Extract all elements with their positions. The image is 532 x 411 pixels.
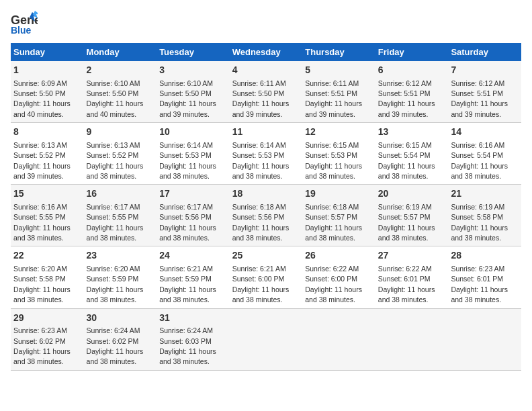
day-info: Sunrise: 6:18 AMSunset: 5:57 PMDaylight:…	[305, 203, 362, 242]
day-info: Sunrise: 6:20 AMSunset: 5:59 PMDaylight:…	[87, 265, 144, 304]
day-info: Sunrise: 6:19 AMSunset: 5:57 PMDaylight:…	[378, 203, 435, 242]
calendar-week-row: 1 Sunrise: 6:09 AMSunset: 5:50 PMDayligh…	[11, 61, 521, 123]
calendar-cell: 25 Sunrise: 6:21 AMSunset: 6:00 PMDaylig…	[230, 246, 303, 308]
day-number: 14	[451, 126, 519, 139]
calendar-header-row: SundayMondayTuesdayWednesdayThursdayFrid…	[11, 43, 521, 61]
calendar-week-row: 22 Sunrise: 6:20 AMSunset: 5:58 PMDaylig…	[11, 246, 521, 308]
day-number: 27	[378, 249, 446, 263]
day-info: Sunrise: 6:20 AMSunset: 5:58 PMDaylight:…	[13, 265, 71, 304]
calendar-cell: 13 Sunrise: 6:15 AMSunset: 5:54 PMDaylig…	[375, 123, 449, 185]
day-info: Sunrise: 6:24 AMSunset: 6:02 PMDaylight:…	[87, 326, 144, 365]
logo-icon: General Blue	[11, 11, 38, 35]
day-info: Sunrise: 6:10 AMSunset: 5:50 PMDaylight:…	[159, 79, 216, 118]
day-info: Sunrise: 6:15 AMSunset: 5:53 PMDaylight:…	[305, 141, 362, 180]
calendar-cell: 17 Sunrise: 6:17 AMSunset: 5:56 PMDaylig…	[157, 185, 230, 246]
calendar-cell: 15 Sunrise: 6:16 AMSunset: 5:55 PMDaylig…	[11, 185, 84, 246]
day-number: 28	[451, 249, 519, 263]
calendar-cell: 28 Sunrise: 6:23 AMSunset: 6:01 PMDaylig…	[448, 246, 521, 308]
day-number: 12	[305, 126, 373, 139]
calendar-cell: 5 Sunrise: 6:11 AMSunset: 5:51 PMDayligh…	[302, 61, 375, 123]
svg-text:Blue: Blue	[11, 25, 32, 35]
calendar-cell: 14 Sunrise: 6:16 AMSunset: 5:54 PMDaylig…	[448, 123, 521, 185]
day-number: 3	[159, 64, 227, 77]
page-header: General Blue	[11, 11, 521, 35]
day-number: 20	[378, 187, 446, 201]
calendar-cell: 24 Sunrise: 6:21 AMSunset: 5:59 PMDaylig…	[157, 246, 230, 308]
calendar-cell: 3 Sunrise: 6:10 AMSunset: 5:50 PMDayligh…	[157, 61, 230, 123]
calendar-cell: 4 Sunrise: 6:11 AMSunset: 5:50 PMDayligh…	[230, 61, 303, 123]
calendar-table: SundayMondayTuesdayWednesdayThursdayFrid…	[11, 43, 521, 371]
day-number: 9	[87, 126, 154, 139]
day-info: Sunrise: 6:12 AMSunset: 5:51 PMDaylight:…	[378, 79, 435, 118]
day-info: Sunrise: 6:14 AMSunset: 5:53 PMDaylight:…	[232, 141, 290, 180]
calendar-cell: 18 Sunrise: 6:18 AMSunset: 5:56 PMDaylig…	[230, 185, 303, 246]
calendar-cell: 10 Sunrise: 6:14 AMSunset: 5:53 PMDaylig…	[157, 123, 230, 185]
calendar-cell: 2 Sunrise: 6:10 AMSunset: 5:50 PMDayligh…	[84, 61, 157, 123]
day-info: Sunrise: 6:19 AMSunset: 5:58 PMDaylight:…	[451, 203, 508, 242]
day-info: Sunrise: 6:15 AMSunset: 5:54 PMDaylight:…	[378, 141, 435, 180]
day-info: Sunrise: 6:16 AMSunset: 5:54 PMDaylight:…	[451, 141, 508, 180]
day-number: 18	[232, 187, 300, 201]
calendar-cell: 29 Sunrise: 6:23 AMSunset: 6:02 PMDaylig…	[11, 308, 84, 370]
day-info: Sunrise: 6:13 AMSunset: 5:52 PMDaylight:…	[13, 141, 71, 180]
day-info: Sunrise: 6:12 AMSunset: 5:51 PMDaylight:…	[451, 79, 508, 118]
calendar-cell: 7 Sunrise: 6:12 AMSunset: 5:51 PMDayligh…	[448, 61, 521, 123]
calendar-cell: 30 Sunrise: 6:24 AMSunset: 6:02 PMDaylig…	[84, 308, 157, 370]
day-info: Sunrise: 6:24 AMSunset: 6:03 PMDaylight:…	[159, 326, 216, 365]
day-info: Sunrise: 6:23 AMSunset: 6:01 PMDaylight:…	[451, 265, 508, 304]
day-number: 11	[232, 126, 300, 139]
day-number: 15	[13, 187, 81, 201]
column-header-sunday: Sunday	[11, 43, 84, 61]
day-number: 23	[87, 249, 154, 263]
day-info: Sunrise: 6:11 AMSunset: 5:51 PMDaylight:…	[305, 79, 362, 118]
day-number: 5	[305, 64, 373, 77]
day-info: Sunrise: 6:23 AMSunset: 6:02 PMDaylight:…	[13, 326, 71, 365]
day-number: 22	[13, 249, 81, 263]
column-header-wednesday: Wednesday	[230, 43, 303, 61]
day-number: 24	[159, 249, 227, 263]
day-number: 16	[87, 187, 154, 201]
calendar-cell: 22 Sunrise: 6:20 AMSunset: 5:58 PMDaylig…	[11, 246, 84, 308]
calendar-cell	[302, 308, 375, 370]
day-info: Sunrise: 6:16 AMSunset: 5:55 PMDaylight:…	[13, 203, 71, 242]
day-info: Sunrise: 6:09 AMSunset: 5:50 PMDaylight:…	[13, 79, 71, 118]
day-info: Sunrise: 6:14 AMSunset: 5:53 PMDaylight:…	[159, 141, 216, 180]
calendar-cell: 6 Sunrise: 6:12 AMSunset: 5:51 PMDayligh…	[375, 61, 449, 123]
column-header-monday: Monday	[84, 43, 157, 61]
calendar-cell	[375, 308, 449, 370]
day-number: 29	[13, 312, 81, 325]
day-info: Sunrise: 6:17 AMSunset: 5:55 PMDaylight:…	[87, 203, 144, 242]
day-number: 8	[13, 126, 81, 139]
calendar-cell: 26 Sunrise: 6:22 AMSunset: 6:00 PMDaylig…	[302, 246, 375, 308]
day-info: Sunrise: 6:22 AMSunset: 6:01 PMDaylight:…	[378, 265, 435, 304]
day-number: 7	[451, 64, 519, 77]
column-header-thursday: Thursday	[302, 43, 375, 61]
calendar-cell	[230, 308, 303, 370]
day-number: 13	[378, 126, 446, 139]
day-info: Sunrise: 6:21 AMSunset: 6:00 PMDaylight:…	[232, 265, 290, 304]
day-info: Sunrise: 6:21 AMSunset: 5:59 PMDaylight:…	[159, 265, 216, 304]
calendar-cell: 20 Sunrise: 6:19 AMSunset: 5:57 PMDaylig…	[375, 185, 449, 246]
day-info: Sunrise: 6:13 AMSunset: 5:52 PMDaylight:…	[87, 141, 144, 180]
day-number: 19	[305, 187, 373, 201]
column-header-saturday: Saturday	[448, 43, 521, 61]
calendar-cell: 8 Sunrise: 6:13 AMSunset: 5:52 PMDayligh…	[11, 123, 84, 185]
calendar-week-row: 8 Sunrise: 6:13 AMSunset: 5:52 PMDayligh…	[11, 123, 521, 185]
day-number: 21	[451, 187, 519, 201]
day-number: 4	[232, 64, 300, 77]
day-number: 6	[378, 64, 446, 77]
calendar-cell: 21 Sunrise: 6:19 AMSunset: 5:58 PMDaylig…	[448, 185, 521, 246]
calendar-cell: 19 Sunrise: 6:18 AMSunset: 5:57 PMDaylig…	[302, 185, 375, 246]
day-number: 1	[13, 64, 81, 77]
day-info: Sunrise: 6:22 AMSunset: 6:00 PMDaylight:…	[305, 265, 362, 304]
day-info: Sunrise: 6:11 AMSunset: 5:50 PMDaylight:…	[232, 79, 290, 118]
calendar-cell: 27 Sunrise: 6:22 AMSunset: 6:01 PMDaylig…	[375, 246, 449, 308]
day-info: Sunrise: 6:17 AMSunset: 5:56 PMDaylight:…	[159, 203, 216, 242]
column-header-tuesday: Tuesday	[157, 43, 230, 61]
calendar-cell: 9 Sunrise: 6:13 AMSunset: 5:52 PMDayligh…	[84, 123, 157, 185]
day-number: 26	[305, 249, 373, 263]
calendar-cell: 1 Sunrise: 6:09 AMSunset: 5:50 PMDayligh…	[11, 61, 84, 123]
day-number: 31	[159, 312, 227, 325]
day-info: Sunrise: 6:18 AMSunset: 5:56 PMDaylight:…	[232, 203, 290, 242]
day-number: 10	[159, 126, 227, 139]
